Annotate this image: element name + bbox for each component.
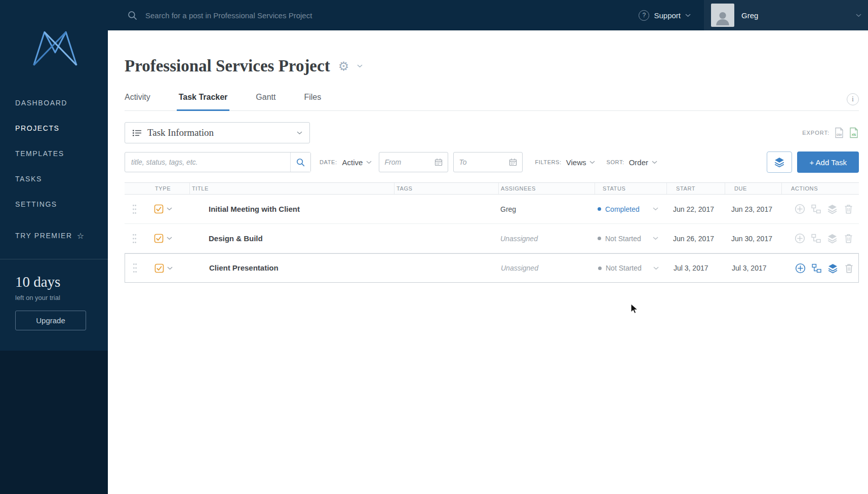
tab-gantt[interactable]: Gantt bbox=[256, 93, 275, 110]
views-filter-select[interactable]: Views bbox=[566, 158, 596, 167]
task-type-icon[interactable] bbox=[154, 263, 164, 273]
duplicate-task-button[interactable] bbox=[827, 263, 838, 274]
column-header-actions: ACTIONS bbox=[781, 183, 859, 194]
group-view-button[interactable] bbox=[767, 151, 792, 173]
status-dropdown[interactable]: Not Started bbox=[595, 235, 666, 243]
plus-circle-icon bbox=[795, 204, 805, 214]
chevron-down-icon[interactable] bbox=[167, 237, 172, 240]
info-icon[interactable]: i bbox=[847, 93, 859, 105]
status-dot bbox=[598, 267, 602, 270]
chevron-down-icon[interactable] bbox=[357, 64, 363, 68]
drag-handle-icon[interactable] bbox=[133, 262, 137, 274]
svg-text:xls: xls bbox=[852, 133, 856, 136]
search-icon bbox=[296, 158, 305, 167]
task-type-icon[interactable] bbox=[154, 204, 164, 214]
status-dropdown[interactable]: Completed bbox=[595, 205, 666, 213]
task-search-button[interactable] bbox=[290, 153, 310, 172]
convert-subtask-button[interactable] bbox=[811, 204, 821, 214]
calendar-icon[interactable] bbox=[435, 158, 443, 166]
duplicate-task-button[interactable] bbox=[827, 204, 838, 214]
delete-task-button[interactable] bbox=[844, 263, 854, 274]
trial-note: left on your trial bbox=[15, 294, 108, 301]
avatar bbox=[711, 4, 734, 27]
global-search-input[interactable] bbox=[145, 11, 639, 20]
task-title[interactable]: Client Presentation bbox=[209, 263, 279, 272]
view-selector-label: Task Information bbox=[147, 127, 291, 138]
subtask-icon bbox=[811, 204, 821, 214]
add-subtask-button[interactable] bbox=[795, 233, 805, 244]
sidebar-item-templates[interactable]: TEMPLATES bbox=[0, 141, 108, 166]
assignee[interactable]: Unassigned bbox=[500, 235, 538, 243]
try-premier-label: TRY PREMIER bbox=[15, 232, 72, 240]
status-dropdown[interactable]: Not Started bbox=[595, 264, 667, 272]
assignee[interactable]: Unassigned bbox=[501, 264, 538, 272]
chevron-down-icon[interactable] bbox=[653, 237, 658, 240]
user-menu[interactable]: Greg bbox=[704, 0, 868, 30]
drag-handle-icon[interactable] bbox=[132, 233, 137, 244]
row-actions bbox=[781, 204, 859, 214]
tab-files[interactable]: Files bbox=[304, 93, 321, 110]
sort-order-select[interactable]: Order bbox=[629, 158, 657, 167]
column-header-type: TYPE bbox=[144, 183, 189, 194]
duplicate-task-button[interactable] bbox=[827, 233, 838, 244]
sidebar-nav: DASHBOARD PROJECTS TEMPLATES TASKS SETTI… bbox=[0, 90, 108, 248]
chevron-down-icon[interactable] bbox=[167, 207, 172, 211]
export-group: EXPORT: csv xls bbox=[802, 127, 859, 138]
task-type-icon[interactable] bbox=[154, 234, 164, 243]
chevron-down-icon bbox=[297, 131, 302, 135]
tab-task-tracker[interactable]: Task Tracker bbox=[179, 93, 228, 110]
list-icon bbox=[132, 129, 142, 137]
sort-label: SORT: bbox=[606, 159, 624, 165]
handle-column-header bbox=[125, 183, 144, 194]
due-date: Jun 30, 2017 bbox=[731, 235, 772, 243]
row-actions bbox=[781, 233, 859, 244]
status-dot bbox=[598, 237, 601, 240]
chevron-down-icon[interactable] bbox=[653, 267, 659, 270]
table-row: Client Presentation Unassigned Not Start… bbox=[125, 253, 859, 283]
delete-task-button[interactable] bbox=[843, 204, 854, 214]
table-row: Design & Build Unassigned Not Started Ju… bbox=[125, 224, 859, 253]
upgrade-button[interactable]: Upgrade bbox=[15, 311, 86, 330]
delete-task-button[interactable] bbox=[843, 233, 854, 244]
export-xls-icon[interactable]: xls bbox=[849, 127, 859, 138]
export-csv-icon[interactable]: csv bbox=[834, 127, 844, 138]
add-task-button[interactable]: + Add Task bbox=[797, 151, 859, 173]
export-label: EXPORT: bbox=[802, 130, 830, 136]
sidebar-item-try-premier[interactable]: TRY PREMIER ☆ bbox=[0, 223, 108, 248]
date-range-select[interactable]: Active bbox=[342, 158, 372, 167]
search-icon bbox=[127, 10, 138, 21]
sidebar-item-settings[interactable]: SETTINGS bbox=[0, 192, 108, 217]
chevron-down-icon[interactable] bbox=[167, 267, 173, 270]
subtask-icon bbox=[811, 233, 821, 244]
drag-handle-icon[interactable] bbox=[132, 204, 137, 215]
sidebar-item-dashboard[interactable]: DASHBOARD bbox=[0, 90, 108, 116]
chevron-down-icon bbox=[589, 161, 595, 164]
sort-order-value: Order bbox=[629, 158, 648, 167]
calendar-icon[interactable] bbox=[509, 158, 517, 166]
sidebar-item-tasks[interactable]: TASKS bbox=[0, 166, 108, 192]
add-subtask-button[interactable] bbox=[795, 204, 805, 214]
date-from-input[interactable] bbox=[384, 158, 435, 166]
add-subtask-button[interactable] bbox=[795, 263, 806, 274]
chevron-down-icon[interactable] bbox=[653, 207, 658, 211]
row-actions bbox=[782, 263, 858, 274]
task-title[interactable]: Design & Build bbox=[209, 234, 263, 243]
sidebar-item-projects[interactable]: PROJECTS bbox=[0, 116, 108, 141]
task-search-input[interactable] bbox=[125, 153, 290, 172]
topbar: ? Support Greg bbox=[108, 0, 868, 30]
app-root: DASHBOARD PROJECTS TEMPLATES TASKS SETTI… bbox=[0, 0, 868, 494]
tab-bar: Activity Task Tracker Gantt Files i bbox=[125, 93, 859, 111]
assignee[interactable]: Greg bbox=[500, 205, 516, 213]
task-title[interactable]: Initial Meeting with Client bbox=[209, 205, 300, 213]
view-selector-dropdown[interactable]: Task Information bbox=[125, 122, 310, 143]
task-table: TYPE TITLE TAGS ASSIGNEES STATUS START D… bbox=[125, 182, 859, 283]
support-menu[interactable]: ? Support bbox=[639, 10, 691, 21]
tab-activity[interactable]: Activity bbox=[125, 93, 150, 110]
convert-subtask-button[interactable] bbox=[811, 263, 822, 274]
convert-subtask-button[interactable] bbox=[811, 233, 821, 244]
toolbar: Task Information EXPORT: csv xls bbox=[125, 122, 859, 143]
filters-label: FILTERS: bbox=[535, 159, 561, 165]
date-to-input[interactable] bbox=[459, 158, 509, 166]
gear-icon[interactable]: ⚙ bbox=[338, 60, 349, 72]
status-label: Completed bbox=[605, 205, 640, 213]
